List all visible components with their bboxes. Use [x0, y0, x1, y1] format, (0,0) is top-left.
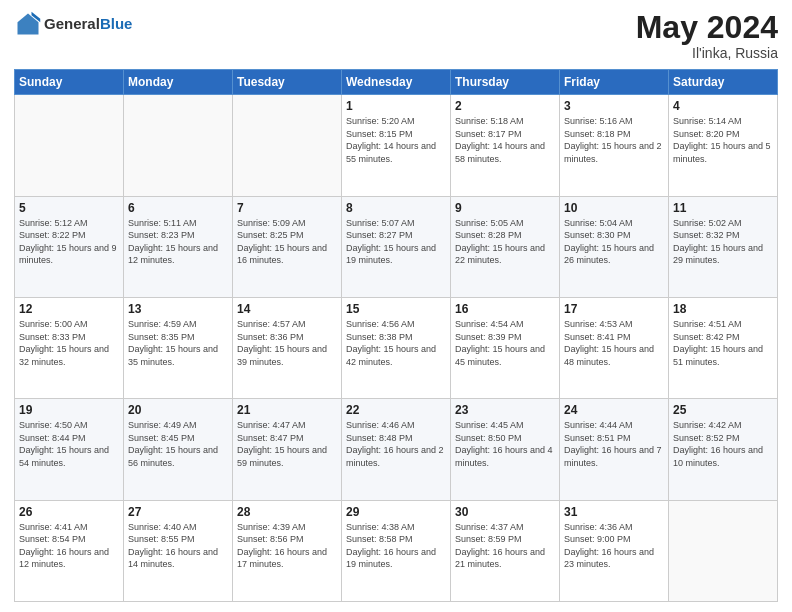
logo-text: GeneralBlue — [44, 16, 132, 33]
day-daylight: Daylight: 16 hours and 23 minutes. — [564, 547, 654, 570]
day-sunset: Sunset: 8:18 PM — [564, 129, 631, 139]
logo: GeneralBlue — [14, 10, 132, 38]
day-sunrise: Sunrise: 5:02 AM — [673, 218, 742, 228]
day-daylight: Daylight: 15 hours and 32 minutes. — [19, 344, 109, 367]
day-number: 4 — [673, 99, 773, 113]
col-sunday: Sunday — [15, 70, 124, 95]
day-daylight: Daylight: 16 hours and 10 minutes. — [673, 445, 763, 468]
day-number: 3 — [564, 99, 664, 113]
table-row: 6 Sunrise: 5:11 AM Sunset: 8:23 PM Dayli… — [124, 196, 233, 297]
table-row: 14 Sunrise: 4:57 AM Sunset: 8:36 PM Dayl… — [233, 297, 342, 398]
day-daylight: Daylight: 15 hours and 48 minutes. — [564, 344, 654, 367]
day-number: 16 — [455, 302, 555, 316]
day-sunrise: Sunrise: 5:07 AM — [346, 218, 415, 228]
table-row: 5 Sunrise: 5:12 AM Sunset: 8:22 PM Dayli… — [15, 196, 124, 297]
table-row: 29 Sunrise: 4:38 AM Sunset: 8:58 PM Dayl… — [342, 500, 451, 601]
day-sunset: Sunset: 8:51 PM — [564, 433, 631, 443]
day-sunrise: Sunrise: 4:53 AM — [564, 319, 633, 329]
day-daylight: Daylight: 15 hours and 42 minutes. — [346, 344, 436, 367]
day-sunset: Sunset: 8:59 PM — [455, 534, 522, 544]
day-sunrise: Sunrise: 4:50 AM — [19, 420, 88, 430]
table-row: 21 Sunrise: 4:47 AM Sunset: 8:47 PM Dayl… — [233, 399, 342, 500]
day-sunrise: Sunrise: 5:11 AM — [128, 218, 197, 228]
table-row — [233, 95, 342, 196]
table-row: 19 Sunrise: 4:50 AM Sunset: 8:44 PM Dayl… — [15, 399, 124, 500]
day-daylight: Daylight: 15 hours and 2 minutes. — [564, 141, 662, 164]
day-sunset: Sunset: 8:22 PM — [19, 230, 86, 240]
day-sunrise: Sunrise: 4:45 AM — [455, 420, 524, 430]
day-sunset: Sunset: 8:23 PM — [128, 230, 195, 240]
day-number: 26 — [19, 505, 119, 519]
day-sunset: Sunset: 8:27 PM — [346, 230, 413, 240]
day-sunrise: Sunrise: 4:47 AM — [237, 420, 306, 430]
calendar-table: Sunday Monday Tuesday Wednesday Thursday… — [14, 69, 778, 602]
table-row: 31 Sunrise: 4:36 AM Sunset: 9:00 PM Dayl… — [560, 500, 669, 601]
day-daylight: Daylight: 15 hours and 54 minutes. — [19, 445, 109, 468]
day-sunset: Sunset: 8:58 PM — [346, 534, 413, 544]
day-sunrise: Sunrise: 5:00 AM — [19, 319, 88, 329]
day-sunset: Sunset: 8:36 PM — [237, 332, 304, 342]
day-sunset: Sunset: 8:42 PM — [673, 332, 740, 342]
day-daylight: Daylight: 16 hours and 14 minutes. — [128, 547, 218, 570]
calendar-title: May 2024 — [636, 10, 778, 45]
day-number: 27 — [128, 505, 228, 519]
day-sunrise: Sunrise: 4:59 AM — [128, 319, 197, 329]
day-sunrise: Sunrise: 4:49 AM — [128, 420, 197, 430]
day-sunset: Sunset: 8:44 PM — [19, 433, 86, 443]
day-number: 29 — [346, 505, 446, 519]
day-number: 12 — [19, 302, 119, 316]
day-number: 21 — [237, 403, 337, 417]
calendar-subtitle: Il'inka, Russia — [636, 45, 778, 61]
table-row: 25 Sunrise: 4:42 AM Sunset: 8:52 PM Dayl… — [669, 399, 778, 500]
day-daylight: Daylight: 15 hours and 19 minutes. — [346, 243, 436, 266]
day-sunset: Sunset: 8:35 PM — [128, 332, 195, 342]
day-sunset: Sunset: 8:17 PM — [455, 129, 522, 139]
table-row: 3 Sunrise: 5:16 AM Sunset: 8:18 PM Dayli… — [560, 95, 669, 196]
day-number: 10 — [564, 201, 664, 215]
table-row: 13 Sunrise: 4:59 AM Sunset: 8:35 PM Dayl… — [124, 297, 233, 398]
day-number: 31 — [564, 505, 664, 519]
table-row: 11 Sunrise: 5:02 AM Sunset: 8:32 PM Dayl… — [669, 196, 778, 297]
table-row: 28 Sunrise: 4:39 AM Sunset: 8:56 PM Dayl… — [233, 500, 342, 601]
day-sunrise: Sunrise: 4:41 AM — [19, 522, 88, 532]
day-number: 24 — [564, 403, 664, 417]
day-daylight: Daylight: 16 hours and 17 minutes. — [237, 547, 327, 570]
col-monday: Monday — [124, 70, 233, 95]
logo-icon — [14, 10, 42, 38]
day-sunset: Sunset: 8:32 PM — [673, 230, 740, 240]
day-sunset: Sunset: 8:48 PM — [346, 433, 413, 443]
table-row — [124, 95, 233, 196]
table-row: 7 Sunrise: 5:09 AM Sunset: 8:25 PM Dayli… — [233, 196, 342, 297]
col-wednesday: Wednesday — [342, 70, 451, 95]
table-row: 17 Sunrise: 4:53 AM Sunset: 8:41 PM Dayl… — [560, 297, 669, 398]
day-sunrise: Sunrise: 4:40 AM — [128, 522, 197, 532]
day-sunrise: Sunrise: 4:54 AM — [455, 319, 524, 329]
day-number: 23 — [455, 403, 555, 417]
calendar-week-row: 19 Sunrise: 4:50 AM Sunset: 8:44 PM Dayl… — [15, 399, 778, 500]
header: GeneralBlue May 2024 Il'inka, Russia — [14, 10, 778, 61]
table-row: 2 Sunrise: 5:18 AM Sunset: 8:17 PM Dayli… — [451, 95, 560, 196]
day-number: 25 — [673, 403, 773, 417]
day-number: 30 — [455, 505, 555, 519]
day-sunrise: Sunrise: 5:05 AM — [455, 218, 524, 228]
day-sunset: Sunset: 8:20 PM — [673, 129, 740, 139]
day-daylight: Daylight: 15 hours and 16 minutes. — [237, 243, 327, 266]
table-row: 26 Sunrise: 4:41 AM Sunset: 8:54 PM Dayl… — [15, 500, 124, 601]
day-daylight: Daylight: 15 hours and 35 minutes. — [128, 344, 218, 367]
day-number: 15 — [346, 302, 446, 316]
page: GeneralBlue May 2024 Il'inka, Russia Sun… — [0, 0, 792, 612]
day-daylight: Daylight: 15 hours and 29 minutes. — [673, 243, 763, 266]
day-sunset: Sunset: 8:33 PM — [19, 332, 86, 342]
day-sunrise: Sunrise: 4:56 AM — [346, 319, 415, 329]
day-sunset: Sunset: 8:28 PM — [455, 230, 522, 240]
table-row: 15 Sunrise: 4:56 AM Sunset: 8:38 PM Dayl… — [342, 297, 451, 398]
day-sunrise: Sunrise: 5:12 AM — [19, 218, 88, 228]
table-row: 24 Sunrise: 4:44 AM Sunset: 8:51 PM Dayl… — [560, 399, 669, 500]
day-daylight: Daylight: 15 hours and 9 minutes. — [19, 243, 117, 266]
table-row: 27 Sunrise: 4:40 AM Sunset: 8:55 PM Dayl… — [124, 500, 233, 601]
day-daylight: Daylight: 14 hours and 55 minutes. — [346, 141, 436, 164]
day-daylight: Daylight: 16 hours and 12 minutes. — [19, 547, 109, 570]
day-sunrise: Sunrise: 4:46 AM — [346, 420, 415, 430]
table-row: 10 Sunrise: 5:04 AM Sunset: 8:30 PM Dayl… — [560, 196, 669, 297]
day-daylight: Daylight: 15 hours and 26 minutes. — [564, 243, 654, 266]
